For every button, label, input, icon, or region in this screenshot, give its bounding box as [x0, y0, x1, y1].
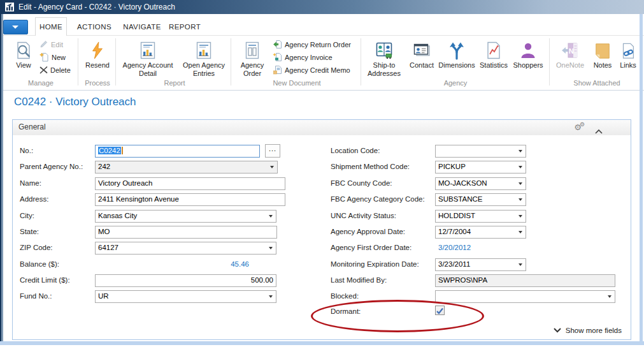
agency-invoice-button[interactable]: Agency Invoice: [273, 51, 333, 64]
dropdown-arrow-icon: [519, 150, 522, 152]
edit-button[interactable]: Edit: [39, 38, 63, 51]
state-field[interactable]: MO: [95, 226, 277, 239]
address-label: Address:: [20, 195, 48, 203]
parent-agency-no-label: Parent Agency No.:: [20, 163, 83, 170]
dropdown-arrow-icon: [519, 263, 522, 266]
report-chart-icon: [118, 37, 177, 60]
lightning-icon: [81, 37, 114, 60]
group-label-new-document: New Document: [234, 79, 360, 87]
no-field[interactable]: C0242: [95, 145, 260, 158]
dropdown-arrow-icon: [269, 247, 273, 249]
tab-navigate[interactable]: NAVIGATE: [120, 18, 164, 35]
window-title: Edit - Agency Card - C0242 · Victory Out…: [18, 3, 175, 11]
location-code-dropdown[interactable]: [435, 145, 526, 158]
address-field[interactable]: 2411 Kensington Avenue: [95, 193, 285, 206]
unc-activity-status-label: UNC Activity Status:: [331, 212, 396, 219]
new-page-icon: [39, 52, 49, 63]
dropdown-arrow-icon: [519, 215, 522, 218]
show-more-fields-button[interactable]: Show more fields: [554, 327, 622, 334]
ribbon-separator: [78, 38, 78, 85]
delete-button[interactable]: Delete: [39, 64, 71, 77]
unc-activity-status-dropdown[interactable]: HOLDDIST: [435, 210, 526, 223]
address-book-icon: [363, 37, 405, 60]
agency-first-order-date-value[interactable]: 3/20/2012: [438, 244, 471, 251]
tab-report[interactable]: REPORT: [167, 18, 203, 35]
name-field[interactable]: Victory Outreach: [95, 177, 285, 190]
tab-actions[interactable]: ACTIONS: [74, 18, 115, 35]
fbc-agency-category-code-dropdown[interactable]: SUBSTANCE: [435, 193, 526, 206]
onenote-icon: N: [552, 37, 589, 60]
parent-agency-no-dropdown[interactable]: 242: [95, 161, 278, 174]
credit-limit-label: Credit Limit ($):: [20, 276, 70, 284]
dropdown-arrow-icon: [269, 295, 273, 298]
no-label: No.:: [20, 147, 33, 154]
dropdown-arrow-icon: [608, 295, 612, 298]
ribbon-separator: [549, 38, 550, 85]
dropdown-arrow-icon: [519, 166, 522, 168]
ribbon-separator: [361, 38, 361, 85]
agency-card-window: Edit - Agency Card - C0242 · Victory Out…: [0, 0, 644, 347]
city-dropdown[interactable]: Kansas City: [95, 210, 276, 223]
agency-credit-memo-button[interactable]: Agency Credit Memo: [273, 64, 350, 77]
general-fasttab: General ⚙⚙ No.: C0242 ... Parent Agency …: [12, 119, 631, 340]
ribbon: View Edit New Delete Manage Resend Proce…: [0, 36, 644, 90]
dropdown-arrow-icon: [269, 215, 273, 218]
group-label-report: Report: [118, 79, 231, 87]
statistics-chart-icon: [478, 37, 510, 60]
app-chart-icon: [4, 2, 15, 12]
blocked-label: Blocked:: [331, 292, 359, 300]
application-menu-button[interactable]: [3, 20, 28, 34]
zip-code-label: ZIP Code:: [20, 244, 53, 251]
blocked-dropdown[interactable]: [435, 290, 615, 303]
dropdown-arrow-icon: [270, 166, 274, 168]
person-icon: [510, 37, 547, 60]
agency-first-order-date-label: Agency First Order Date:: [331, 244, 411, 251]
tab-home[interactable]: HOME: [35, 17, 67, 36]
contact-card-icon: [406, 37, 437, 60]
shipment-method-code-dropdown[interactable]: PICKUP: [435, 161, 526, 174]
dormant-checkbox[interactable]: [435, 306, 445, 315]
fbc-county-code-dropdown[interactable]: MO-JACKSON: [435, 177, 526, 190]
group-label-show-attached: Show Attached: [552, 79, 642, 87]
gear-icon[interactable]: ⚙⚙: [574, 121, 585, 132]
branching-arrows-icon: [436, 37, 478, 60]
balance-value[interactable]: 45.46: [95, 260, 249, 268]
chevron-down-icon: [554, 328, 561, 333]
group-label-manage: Manage: [6, 79, 75, 87]
location-code-label: Location Code:: [331, 147, 380, 154]
pencil-icon: [39, 40, 48, 50]
new-button[interactable]: New: [39, 51, 66, 64]
agency-approval-date-dropdown[interactable]: 12/7/2004: [435, 226, 526, 239]
checkmark-icon: [436, 307, 444, 315]
city-label: City:: [20, 212, 34, 219]
agency-approval-date-label: Agency Approval Date:: [331, 228, 405, 235]
state-label: State:: [20, 228, 39, 235]
chain-link-icon: [615, 37, 641, 60]
zip-code-dropdown[interactable]: 64127: [95, 242, 276, 255]
report-chart-icon: [176, 37, 232, 60]
dropdown-arrow-icon: [519, 198, 522, 201]
window-border-right: [640, 14, 643, 342]
dropdown-arrow-icon: [519, 182, 522, 185]
monitoring-expiration-date-dropdown[interactable]: 3/23/2011: [435, 258, 526, 271]
ribbon-tab-row: HOME ACTIONS NAVIGATE REPORT: [0, 14, 644, 36]
name-label: Name:: [20, 179, 41, 187]
window-border-left-inner: [1, 14, 3, 345]
collapse-chevron-up-icon[interactable]: [595, 125, 603, 137]
fund-no-label: Fund No.:: [20, 292, 52, 300]
monitoring-expiration-date-label: Monitoring Expiration Date:: [331, 260, 419, 268]
general-fasttab-header[interactable]: General ⚙⚙: [13, 120, 631, 135]
delete-x-icon: [39, 66, 48, 75]
credit-limit-field[interactable]: 500.00: [95, 274, 276, 287]
no-assist-edit-button[interactable]: ...: [265, 144, 280, 158]
annotation-ellipse: [311, 300, 484, 332]
fbc-county-code-label: FBC County Code:: [331, 179, 392, 187]
agency-return-order-button[interactable]: Agency Return Order: [273, 38, 351, 51]
sticky-note-icon: [590, 37, 615, 60]
window-border-bottom: [0, 341, 644, 345]
fbc-agency-category-code-label: FBC Agency Category Code:: [331, 195, 425, 203]
svg-text:N: N: [569, 47, 574, 55]
dormant-label: Dormant:: [331, 307, 361, 315]
ribbon-separator: [115, 38, 116, 85]
fund-no-dropdown[interactable]: UR: [95, 290, 276, 303]
